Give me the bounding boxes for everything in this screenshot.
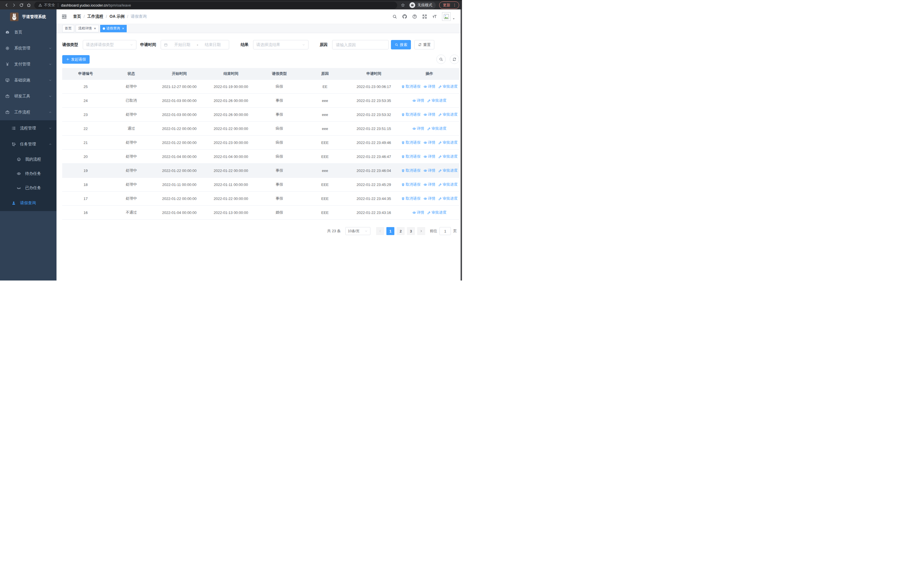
cell-apply-id: 20 bbox=[62, 150, 109, 163]
action-cancel-link[interactable]: 取消请假 bbox=[401, 140, 421, 145]
action-icon bbox=[423, 85, 427, 89]
sidebar-item-system[interactable]: 系统管理 bbox=[0, 40, 57, 56]
result-select[interactable]: 请选择流结果 bbox=[253, 40, 309, 50]
reset-button[interactable]: 重置 bbox=[414, 40, 434, 50]
end-date-placeholder[interactable]: 结束日期 bbox=[199, 42, 226, 47]
action-detail-link[interactable]: 详情 bbox=[423, 196, 435, 201]
cell-end-time: 2022-01-22 00:00:00 bbox=[205, 164, 257, 177]
menu-item-icon bbox=[16, 171, 21, 176]
cell-apply-id: 23 bbox=[62, 108, 109, 122]
action-progress-link[interactable]: 审批进度 bbox=[438, 84, 458, 89]
collapse-sidebar-button[interactable] bbox=[62, 14, 67, 19]
app-logo-row[interactable]: 芋道管理系统 bbox=[0, 9, 57, 24]
address-bar[interactable]: 不安全 dashboard.yudao.iocoder.cn/bpm/oa/le… bbox=[34, 2, 397, 9]
action-cancel-link[interactable]: 取消请假 bbox=[401, 112, 421, 117]
chevron-icon bbox=[48, 63, 52, 66]
action-detail-link[interactable]: 详情 bbox=[423, 84, 435, 89]
header-search-icon[interactable] bbox=[392, 14, 397, 19]
cell-apply-id: 25 bbox=[62, 80, 109, 93]
action-progress-link[interactable]: 审批进度 bbox=[438, 196, 458, 201]
close-tab-icon[interactable]: × bbox=[94, 27, 96, 30]
tab-home[interactable]: 首页 bbox=[62, 25, 74, 32]
avatar[interactable] bbox=[442, 12, 451, 21]
menu-item-label: 待办任务 bbox=[25, 171, 41, 176]
sidebar-item-home[interactable]: 首页 bbox=[0, 24, 57, 40]
browser-menu-dots-icon[interactable] bbox=[453, 3, 457, 7]
action-progress-link[interactable]: 审批进度 bbox=[438, 140, 458, 145]
browser-forward-button[interactable] bbox=[10, 2, 18, 9]
apply-time-range-picker[interactable]: 开始日期 - 结束日期 bbox=[160, 40, 229, 50]
action-cancel-link[interactable]: 取消请假 bbox=[401, 168, 421, 173]
toggle-search-button[interactable] bbox=[436, 54, 446, 64]
action-progress-link[interactable]: 审批进度 bbox=[427, 126, 447, 131]
browser-update-menu-button[interactable]: 更新 bbox=[439, 2, 459, 9]
tab-leave-query[interactable]: 请假查询 × bbox=[100, 25, 127, 32]
help-icon[interactable] bbox=[412, 14, 417, 19]
sidebar-item-todo-tasks[interactable]: 待办任务 bbox=[0, 167, 57, 181]
browser-home-button[interactable] bbox=[25, 2, 33, 9]
action-detail-link[interactable]: 详情 bbox=[412, 98, 424, 103]
refresh-table-button[interactable] bbox=[450, 54, 459, 64]
page-3-button[interactable]: 3 bbox=[407, 227, 415, 235]
sidebar-item-my-process[interactable]: 我的流程 bbox=[0, 152, 57, 167]
goto-page-input[interactable] bbox=[440, 227, 451, 235]
search-button[interactable]: 搜索 bbox=[391, 40, 411, 50]
browser-reload-button[interactable] bbox=[18, 2, 25, 9]
action-detail-link[interactable]: 详情 bbox=[423, 168, 435, 173]
action-cancel-link[interactable]: 取消请假 bbox=[401, 196, 421, 201]
next-page-button[interactable] bbox=[417, 227, 425, 235]
page-scrollbar[interactable] bbox=[460, 9, 462, 281]
bookmark-star-icon[interactable] bbox=[400, 3, 405, 8]
tab-process-detail[interactable]: 流程详情 × bbox=[76, 25, 99, 32]
action-detail-link[interactable]: 详情 bbox=[423, 182, 435, 187]
action-detail-link[interactable]: 详情 bbox=[412, 126, 424, 131]
page-1-button[interactable]: 1 bbox=[386, 227, 394, 235]
action-progress-link[interactable]: 审批进度 bbox=[438, 182, 458, 187]
action-progress-link[interactable]: 审批进度 bbox=[438, 154, 458, 159]
breadcrumb-item[interactable]: OA 示例 bbox=[110, 14, 124, 19]
font-size-icon[interactable] bbox=[432, 14, 437, 19]
site-security-label[interactable]: 不安全 bbox=[44, 3, 55, 8]
leave-type-select[interactable]: 请选择请假类型 bbox=[83, 40, 136, 50]
breadcrumb-item[interactable]: 工作流程 bbox=[87, 14, 103, 19]
prev-page-button[interactable] bbox=[376, 227, 384, 235]
breadcrumb-item[interactable]: 首页 bbox=[73, 14, 81, 19]
action-icon bbox=[427, 99, 431, 102]
avatar-dropdown-caret-icon[interactable] bbox=[452, 17, 455, 20]
action-cancel-link[interactable]: 取消请假 bbox=[401, 154, 421, 159]
sidebar-item-process-mgmt[interactable]: 流程管理 bbox=[0, 120, 57, 136]
browser-back-button[interactable] bbox=[3, 2, 10, 9]
action-icon bbox=[438, 197, 442, 200]
reason-input[interactable] bbox=[335, 42, 386, 47]
table-row: 20 处理中 2022-01-04 00:00:00 2022-01-04 00… bbox=[62, 150, 459, 164]
github-icon[interactable] bbox=[402, 14, 407, 19]
action-detail-link[interactable]: 详情 bbox=[423, 154, 435, 159]
close-tab-icon[interactable]: × bbox=[122, 27, 124, 30]
fullscreen-icon[interactable] bbox=[422, 14, 427, 19]
cell-start-time: 2022-01-04 00:00:00 bbox=[153, 206, 205, 220]
sidebar-item-payment[interactable]: 支付管理 bbox=[0, 56, 57, 72]
action-detail-link[interactable]: 详情 bbox=[423, 140, 435, 145]
action-detail-link[interactable]: 详情 bbox=[423, 112, 435, 117]
start-date-placeholder[interactable]: 开始日期 bbox=[169, 42, 196, 47]
create-leave-button[interactable]: 发起请假 bbox=[62, 55, 90, 64]
action-progress-link[interactable]: 审批进度 bbox=[427, 98, 447, 103]
action-cancel-link[interactable]: 取消请假 bbox=[401, 182, 421, 187]
page-size-select[interactable]: 10条/页 bbox=[345, 227, 370, 235]
calendar-icon bbox=[164, 43, 168, 47]
url-path: /bpm/oa/leave bbox=[108, 3, 131, 8]
page-2-button[interactable]: 2 bbox=[397, 227, 405, 235]
sidebar-item-task-mgmt[interactable]: 任务管理 bbox=[0, 136, 57, 152]
action-cancel-link[interactable]: 取消请假 bbox=[401, 84, 421, 89]
user-menu[interactable] bbox=[442, 12, 455, 21]
sidebar-item-leave-query[interactable]: 请假查询 bbox=[0, 195, 57, 211]
sidebar-item-devtools[interactable]: 研发工具 bbox=[0, 88, 57, 104]
action-progress-link[interactable]: 审批进度 bbox=[438, 168, 458, 173]
cell-reason: eee bbox=[302, 94, 348, 107]
sidebar-item-infra[interactable]: 基础设施 bbox=[0, 72, 57, 88]
action-progress-link[interactable]: 审批进度 bbox=[427, 210, 447, 215]
action-detail-link[interactable]: 详情 bbox=[412, 210, 424, 215]
sidebar-item-done-tasks[interactable]: 已办任务 bbox=[0, 181, 57, 195]
action-progress-link[interactable]: 审批进度 bbox=[438, 112, 458, 117]
sidebar-item-workflow[interactable]: 工作流程 bbox=[0, 104, 57, 120]
